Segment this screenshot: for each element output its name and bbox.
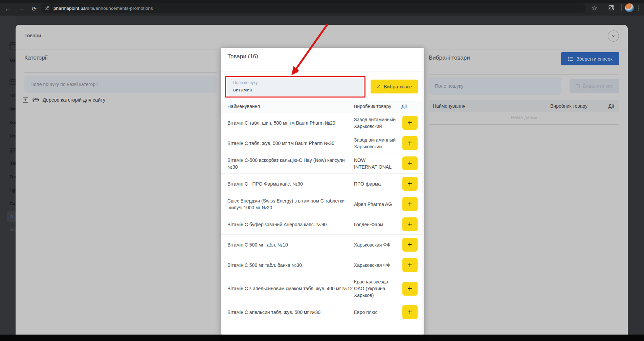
site-info-icon[interactable] [45,5,50,11]
plus-icon: + [407,199,412,209]
modal-close-button[interactable]: × [608,30,619,42]
save-list-label: Зберегти список [576,56,612,62]
add-product-button[interactable]: + [402,197,418,211]
selected-empty-state: Нема даних [429,115,619,120]
product-manufacturer: Харьковская ФФ [354,241,400,248]
window-icon [9,42,16,50]
screen: ← → ⟳ pharmapoint.ua/site/announcements-… [0,0,644,341]
plus-icon: + [407,179,412,188]
product-name: Вітамін С апельсин табл. жув. 500 мг №30 [221,309,354,316]
modal-title: Товари [24,33,41,38]
product-name: Вітамін С 500 мг табл. банка №30 [221,262,354,269]
sidebar-item-promo[interactable]: Про [9,188,16,193]
add-product-button[interactable]: + [402,156,418,170]
products-col-name: Найменування [221,104,354,109]
categories-divider [24,72,217,73]
products-modal: Товари × Категорії Дерево категорій для … [16,25,628,335]
selected-search-input[interactable] [429,77,561,95]
products-scrollbar[interactable] [422,48,424,335]
page-bottom-strip [0,335,644,341]
product-row: Вітамін С-500 аскорбат кальцію-С Hay (No… [221,153,424,174]
sidebar-item-menu[interactable]: Ме [9,58,16,63]
plus-icon: + [407,138,412,148]
url-domain: pharmapoint.ua [53,6,86,11]
sidebar-item-instructions[interactable]: Інст [9,227,16,232]
plus-icon: + [407,240,412,249]
selected-col-name: Найменування [429,103,550,109]
product-name: Вітамін С - ПРО-Фарма капс. №30 [221,180,354,187]
bookmark-star-icon[interactable]: ☆ [592,4,597,12]
plus-icon: + [407,307,412,317]
save-list-button[interactable]: Зберегти список [561,52,619,65]
categories-panel-title: Категорії [24,55,48,61]
categories-search-input[interactable] [24,76,217,93]
profile-avatar[interactable] [625,3,634,12]
add-product-button[interactable]: + [402,116,418,130]
products-search-input[interactable]: Поле пошуку витамин [227,78,363,96]
check-icon: ✓ [377,84,381,89]
products-divider [221,71,424,71]
select-all-label: Вибрати все [384,84,412,89]
add-product-button[interactable]: + [402,217,418,231]
selected-panel-title: Вибрані товари [429,55,470,61]
browser-back-button[interactable]: ← [3,4,12,13]
sidebar-item-announcements[interactable]: А [10,214,16,219]
sidebar-item-site[interactable]: Сай [9,201,16,206]
products-table-body: Вітамін С табл. шип. 500 мг тм Baum Phar… [221,113,424,322]
product-manufacturer: Голден-Фарм [354,221,400,228]
product-row: Вітамін С - ПРО-Фарма капс. №30 ПРО-фарм… [221,174,424,194]
plus-icon: + [407,284,412,293]
list-bullets-icon [568,57,574,61]
add-product-button[interactable]: + [402,238,418,252]
add-product-button[interactable]: + [402,258,418,272]
product-name: Вітамін С табл. жув. 500 мг тм Baum Phar… [221,140,354,147]
add-product-button[interactable]: + [402,282,418,296]
sidebar-item-import[interactable]: Імп [9,106,16,111]
plus-icon: + [407,159,412,168]
product-name: Вітамін С-500 аскорбат кальцію-С Hay (No… [221,157,354,170]
sidebar-item-content[interactable]: Кон [9,120,16,125]
product-row: Вітамін С буферізований Ацерола капс. №9… [221,214,424,235]
add-product-button[interactable]: + [402,177,418,191]
product-manufacturer: NOW INTERNATIONAL [354,157,400,170]
address-bar[interactable]: pharmapoint.ua/site/announcements-promot… [41,3,586,13]
add-product-button[interactable]: + [402,136,418,150]
product-name: Вітамін С буферізований Ацерола капс. №9… [221,221,354,228]
delete-all-label: Видалити все [583,83,613,89]
products-search-label: Поле пошуку [233,80,258,85]
browser-forward-button[interactable]: → [17,4,25,13]
product-name: Вітамін С табл. шип. 500 мг тм Baum Phar… [221,120,354,126]
products-search-value: витамин [233,87,252,92]
close-icon: × [612,33,615,39]
product-manufacturer: Евро плюс [354,309,400,316]
product-row: Свісс Енерджи (Swiss Energy) з вітаміном… [221,194,424,214]
selected-col-manufacturer: Виробник товару [550,103,608,109]
sidebar-item-work[interactable]: Роб [9,133,16,138]
list-icon [9,148,16,153]
products-col-actions: Дії [401,104,407,109]
folder-open-icon [32,97,39,103]
product-row: Вітамін С 500 мг табл. №10 Харьковская Ф… [221,235,424,255]
products-panel: Товари (16) Поле пошуку витамин ✓ Вибрат… [221,48,424,335]
select-all-button[interactable]: ✓ Вибрати все [371,80,418,93]
plus-icon: + [407,118,412,127]
sidebar-item-orders[interactable]: Зам [9,161,16,166]
url-text: pharmapoint.ua/site/announcements-promot… [53,6,153,11]
admin-sidebar: Ме Пла Імп Кон Роб Зам Тех Про Сай А Інс… [0,16,16,335]
browser-reload-button[interactable]: ⟳ [30,4,39,13]
tree-expand-icon[interactable] [23,97,28,103]
extensions-puzzle-icon[interactable] [608,5,614,11]
browser-menu-icon[interactable]: ⋮ [636,4,641,12]
sidebar-item-plans[interactable]: Пла [9,93,16,98]
delete-all-button[interactable]: Видалити все [570,79,619,93]
sidebar-item-tech[interactable]: Тех [9,174,16,179]
product-row: Вітамін С апельсин табл. жув. 500 мг №30… [221,302,424,322]
add-product-button[interactable]: + [402,305,418,319]
product-row: Вітамін С 500 мг табл. банка №30 Харьков… [221,255,424,275]
product-manufacturer: ПРО-фарма [354,180,400,187]
category-tree-item[interactable]: Дерево категорій для сайту [23,97,105,103]
product-manufacturer: Завод витаминный Харьковский [354,136,400,150]
selected-table-header: Найменування Виробник товару Дії [429,100,619,112]
product-manufacturer: Красная звезда ОАО (Украина, Харьков) [354,278,400,299]
trash-icon [576,83,580,88]
